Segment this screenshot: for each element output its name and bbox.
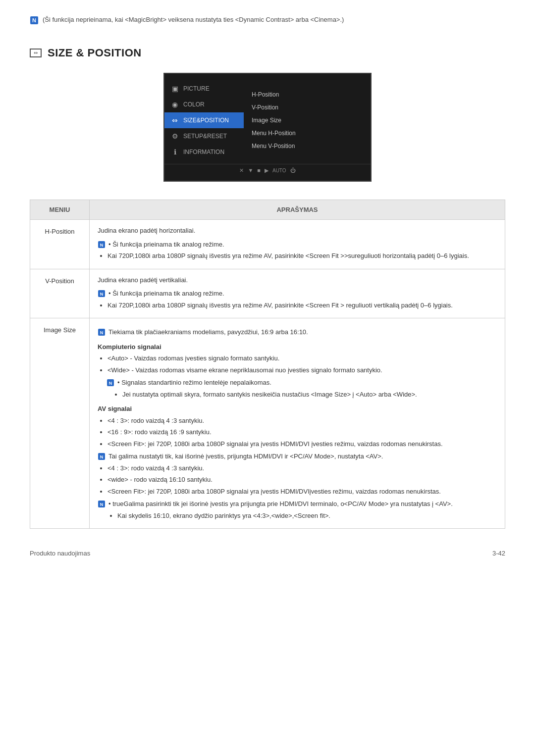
note-icon: N (30, 16, 39, 25)
monitor-screenshot: ▣ PICTURE ◉ COLOR ⇔ SIZE&POSITION ⚙ SETU… (30, 73, 505, 182)
menu-item-color[interactable]: ◉ COLOR (164, 97, 244, 112)
menu-label-v-position: V-Position (30, 269, 90, 318)
table-row-h-position: H-Position Judina ekrano padėtį horizont… (30, 220, 505, 269)
svg-text:N: N (100, 502, 104, 507)
desc-main-h: Judina ekrano padėtį horizontaliai. (98, 226, 497, 236)
footer-left: Produkto naudojimas (30, 549, 90, 558)
size-position-icon: ⇔ (170, 116, 179, 125)
monitor-bottom-bar: ✕ ▼ ■ ▶ AUTO ⏻ (164, 164, 371, 177)
list-av2: <4 : 3>: rodo vaizdą 4 :3 santykiu. <wid… (107, 463, 497, 497)
kompiuterio-label: Kompiuterio signalai (98, 342, 497, 352)
monitor-ui: ▣ PICTURE ◉ COLOR ⇔ SIZE&POSITION ⚙ SETU… (163, 73, 372, 182)
menu-item-color-label: COLOR (183, 100, 205, 109)
svg-text:N: N (100, 292, 104, 297)
menu-item-setup-reset[interactable]: ⚙ SETUP&RESET (164, 128, 244, 144)
list-item: Kai skydelis 16:10, ekrano dydžio parink… (117, 511, 497, 521)
monitor-menu: ▣ PICTURE ◉ COLOR ⇔ SIZE&POSITION ⚙ SETU… (164, 81, 371, 160)
note-text-av: Tai galima nustatyti tik, kai išorinė įv… (108, 452, 383, 461)
list-item: Kai 720P,1080i arba 1080P signalų išvest… (107, 301, 497, 310)
bar-icon-auto: AUTO (272, 167, 286, 174)
note-icon-img1: N (98, 328, 106, 336)
list-item: <wide> - rodo vaizdą 16:10 santykiu. (107, 475, 497, 485)
list-av3: Kai skydelis 16:10, ekrano dydžio parink… (117, 511, 497, 521)
desc-h-position: Judina ekrano padėtį horizontaliai. N • … (90, 220, 505, 269)
desc-image-size: N Tiekiama tik plačiaekraniams modeliams… (90, 318, 505, 529)
note-inline-av2: N • trueGalima pasirinkti tik jei išorin… (98, 499, 497, 509)
right-item-menu-v-position: Menu V-Position (252, 141, 363, 151)
note-inline-img1: N Tiekiama tik plačiaekraniams modeliams… (98, 327, 497, 337)
main-table: MENIU APRAŠYMAS H-Position Judina ekrano… (30, 200, 505, 529)
svg-text:N: N (100, 454, 104, 459)
note-inline-av: N Tai galima nustatyti tik, kai išorinė … (98, 452, 497, 461)
bar-icon-square: ■ (257, 166, 261, 175)
note-inline-v1: N • Ši funkcija prieinama tik analog rež… (98, 289, 497, 299)
section-title: SIZE & POSITION (48, 45, 142, 61)
menu-item-info-label: INFORMATION (183, 148, 224, 156)
col-header-aprasimas: APRAŠYMAS (90, 200, 505, 220)
list-item: <Screen Fit>: jei 720P, 1080i arba 1080P… (107, 439, 497, 449)
menu-label-h-position: H-Position (30, 220, 90, 269)
note-inline-img2: N • Signalas standartinio režimo lentelė… (107, 378, 497, 388)
menu-item-setup-label: SETUP&RESET (183, 132, 227, 141)
note-icon-av2: N (98, 500, 106, 508)
list-item: Jei nustatyta optimali skyra, formato sa… (122, 390, 497, 400)
list-item: <Screen Fit>: jei 720P, 1080i arba 1080P… (107, 487, 497, 497)
color-icon: ◉ (170, 100, 179, 109)
note-text-h1: • Ši funkcija prieinama tik analog režim… (108, 240, 224, 250)
note-icon-av: N (98, 453, 106, 460)
svg-text:N: N (109, 381, 112, 386)
menu-label-image-size: Image Size (30, 318, 90, 529)
note-text-img2: • Signalas standartinio režimo lentelėje… (117, 378, 271, 388)
svg-text:N: N (100, 330, 104, 335)
list-item: <Wide> - Vaizdas rodomas visame ekrane n… (107, 365, 497, 375)
menu-item-picture[interactable]: ▣ PICTURE (164, 81, 244, 97)
right-item-h-position: H-Position (252, 89, 363, 100)
list-item: <16 : 9>: rodo vaizdą 16 :9 santykiu. (107, 427, 497, 437)
svg-text:N: N (32, 17, 36, 23)
list-item: <4 : 3>: rodo vaizdą 4 :3 santykiu. (107, 463, 497, 473)
footer-right: 3-42 (492, 549, 505, 558)
section-box-icon: ⇔ (30, 49, 42, 57)
menu-item-size-position[interactable]: ⇔ SIZE&POSITION (164, 112, 244, 128)
note-text-img1: Tiekiama tik plačiaekraniams modeliams, … (108, 327, 308, 337)
bar-icon-play: ▶ (265, 166, 268, 175)
setup-icon: ⚙ (170, 132, 179, 141)
list-subnote: Jei nustatyta optimali skyra, formato sa… (122, 390, 497, 400)
right-item-image-size: Image Size (252, 115, 363, 126)
note-icon-v1: N (98, 290, 106, 298)
note-text-av2: • trueGalima pasirinkti tik jei išorinė … (108, 499, 453, 509)
note-text-v1: • Ši funkcija prieinama tik analog režim… (108, 289, 224, 299)
note-icon-img2: N (107, 379, 114, 387)
section-title-row: ⇔ SIZE & POSITION (30, 45, 505, 61)
bar-icon-power: ⏻ (290, 166, 296, 175)
monitor-left-menu: ▣ PICTURE ◉ COLOR ⇔ SIZE&POSITION ⚙ SETU… (164, 81, 244, 160)
top-note: N (Ši funkcija neprieinama, kai <MagicBr… (30, 15, 505, 25)
list-v-position: Kai 720P,1080i arba 1080P signalų išvest… (107, 301, 497, 310)
desc-v-position: Judina ekrano padėtį vertikaliai. N • Ši… (90, 269, 505, 318)
list-h-position: Kai 720P,1080i arba 1080P signalų išvest… (107, 251, 497, 261)
bar-icon-down: ▼ (248, 166, 253, 175)
note-icon-h1: N (98, 241, 106, 249)
bar-icon-x: ✕ (239, 166, 244, 175)
list-item: Kai 720P,1080i arba 1080P signalų išvest… (107, 251, 497, 261)
picture-icon: ▣ (170, 84, 179, 93)
av-label: AV signalai (98, 404, 497, 414)
list-kompiuterio: <Auto> - Vaizdas rodomas įvesties signal… (107, 353, 497, 375)
menu-item-information[interactable]: ℹ INFORMATION (164, 144, 244, 160)
list-item: <4 : 3>: rodo vaizdą 4 :3 santykiu. (107, 416, 497, 426)
table-row-v-position: V-Position Judina ekrano padėtį vertikal… (30, 269, 505, 318)
footer: Produkto naudojimas 3-42 (30, 549, 505, 558)
desc-main-v: Judina ekrano padėtį vertikaliai. (98, 275, 497, 285)
list-item: <Auto> - Vaizdas rodomas įvesties signal… (107, 353, 497, 363)
menu-item-picture-label: PICTURE (183, 84, 210, 93)
svg-text:N: N (100, 242, 104, 247)
monitor-right-menu: H-Position V-Position Image Size Menu H-… (244, 81, 371, 160)
col-header-meniu: MENIU (30, 200, 90, 220)
right-item-v-position: V-Position (252, 102, 363, 113)
menu-item-size-label: SIZE&POSITION (183, 116, 229, 125)
top-note-text: (Ši funkcija neprieinama, kai <MagicBrig… (43, 15, 344, 25)
table-row-image-size: Image Size N Tiekiama tik plačiaekraniam… (30, 318, 505, 529)
note-inline-h1: N • Ši funkcija prieinama tik analog rež… (98, 240, 497, 250)
right-item-menu-h-position: Menu H-Position (252, 128, 363, 139)
info-icon: ℹ (170, 148, 179, 156)
